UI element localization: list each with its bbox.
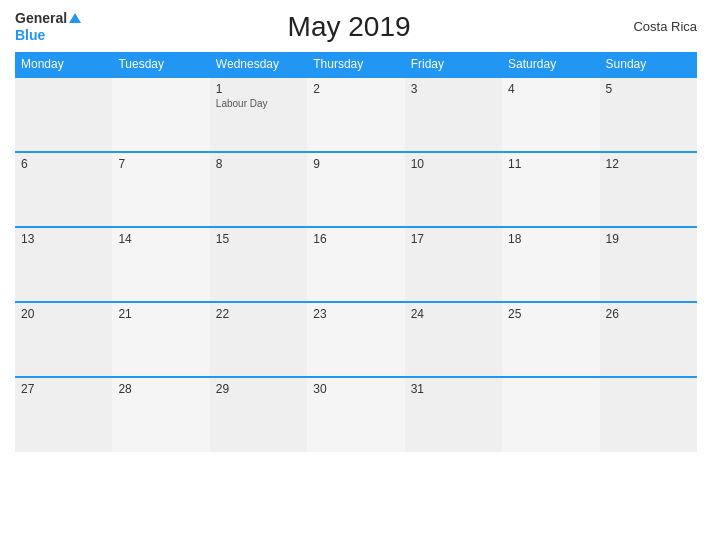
calendar-cell: 11	[502, 152, 599, 227]
calendar-cell: 3	[405, 77, 502, 152]
calendar-cell: 15	[210, 227, 307, 302]
calendar-cell: 29	[210, 377, 307, 452]
logo-general-text: General	[15, 10, 67, 27]
calendar-container: General Blue May 2019 Costa Rica Monday …	[0, 0, 712, 550]
calendar-cell: 22	[210, 302, 307, 377]
weekday-wednesday: Wednesday	[210, 52, 307, 77]
calendar-cell: 23	[307, 302, 404, 377]
calendar-cell: 10	[405, 152, 502, 227]
day-number: 4	[508, 82, 593, 96]
day-number: 3	[411, 82, 496, 96]
day-number: 14	[118, 232, 203, 246]
day-number: 9	[313, 157, 398, 171]
day-number: 25	[508, 307, 593, 321]
day-number: 8	[216, 157, 301, 171]
calendar-body: 1Labour Day23456789101112131415161718192…	[15, 77, 697, 452]
day-number: 23	[313, 307, 398, 321]
day-number: 19	[606, 232, 691, 246]
day-number: 20	[21, 307, 106, 321]
calendar-cell: 6	[15, 152, 112, 227]
day-number: 22	[216, 307, 301, 321]
weekday-friday: Friday	[405, 52, 502, 77]
calendar-cell: 7	[112, 152, 209, 227]
calendar-cell: 26	[600, 302, 697, 377]
calendar-cell: 16	[307, 227, 404, 302]
day-number: 10	[411, 157, 496, 171]
day-number: 18	[508, 232, 593, 246]
calendar-cell: 28	[112, 377, 209, 452]
calendar-header-row: Monday Tuesday Wednesday Thursday Friday…	[15, 52, 697, 77]
calendar-cell: 5	[600, 77, 697, 152]
weekday-saturday: Saturday	[502, 52, 599, 77]
calendar-cell: 24	[405, 302, 502, 377]
day-number: 31	[411, 382, 496, 396]
calendar-cell: 20	[15, 302, 112, 377]
weekday-tuesday: Tuesday	[112, 52, 209, 77]
calendar-cell: 2	[307, 77, 404, 152]
calendar-cell: 19	[600, 227, 697, 302]
calendar-cell: 30	[307, 377, 404, 452]
calendar-cell: 17	[405, 227, 502, 302]
calendar-cell: 27	[15, 377, 112, 452]
weekday-monday: Monday	[15, 52, 112, 77]
day-number: 1	[216, 82, 301, 96]
day-number: 6	[21, 157, 106, 171]
day-number: 15	[216, 232, 301, 246]
day-number: 28	[118, 382, 203, 396]
calendar-week-1: 1Labour Day2345	[15, 77, 697, 152]
day-number: 27	[21, 382, 106, 396]
day-number: 29	[216, 382, 301, 396]
calendar-cell	[112, 77, 209, 152]
country-label: Costa Rica	[617, 19, 697, 34]
logo-triangle-icon	[69, 13, 81, 23]
calendar-cell: 18	[502, 227, 599, 302]
calendar-cell: 13	[15, 227, 112, 302]
calendar-cell: 9	[307, 152, 404, 227]
calendar-week-5: 2728293031	[15, 377, 697, 452]
day-number: 2	[313, 82, 398, 96]
weekday-header: Monday Tuesday Wednesday Thursday Friday…	[15, 52, 697, 77]
calendar-cell: 1Labour Day	[210, 77, 307, 152]
calendar-header: General Blue May 2019 Costa Rica	[15, 10, 697, 44]
calendar-cell: 8	[210, 152, 307, 227]
logo-blue-text: Blue	[15, 27, 45, 44]
day-number: 17	[411, 232, 496, 246]
day-number: 5	[606, 82, 691, 96]
calendar-cell	[15, 77, 112, 152]
day-number: 13	[21, 232, 106, 246]
weekday-sunday: Sunday	[600, 52, 697, 77]
day-number: 30	[313, 382, 398, 396]
calendar-cell: 25	[502, 302, 599, 377]
calendar-cell: 21	[112, 302, 209, 377]
calendar-cell: 31	[405, 377, 502, 452]
day-number: 24	[411, 307, 496, 321]
calendar-cell: 12	[600, 152, 697, 227]
day-number: 11	[508, 157, 593, 171]
calendar-week-3: 13141516171819	[15, 227, 697, 302]
calendar-table: Monday Tuesday Wednesday Thursday Friday…	[15, 52, 697, 452]
weekday-thursday: Thursday	[307, 52, 404, 77]
calendar-cell: 4	[502, 77, 599, 152]
day-number: 12	[606, 157, 691, 171]
month-title: May 2019	[81, 11, 617, 43]
holiday-label: Labour Day	[216, 98, 301, 109]
day-number: 21	[118, 307, 203, 321]
calendar-cell	[600, 377, 697, 452]
day-number: 26	[606, 307, 691, 321]
logo: General Blue	[15, 10, 81, 44]
calendar-cell: 14	[112, 227, 209, 302]
day-number: 7	[118, 157, 203, 171]
calendar-week-4: 20212223242526	[15, 302, 697, 377]
calendar-cell	[502, 377, 599, 452]
day-number: 16	[313, 232, 398, 246]
calendar-week-2: 6789101112	[15, 152, 697, 227]
